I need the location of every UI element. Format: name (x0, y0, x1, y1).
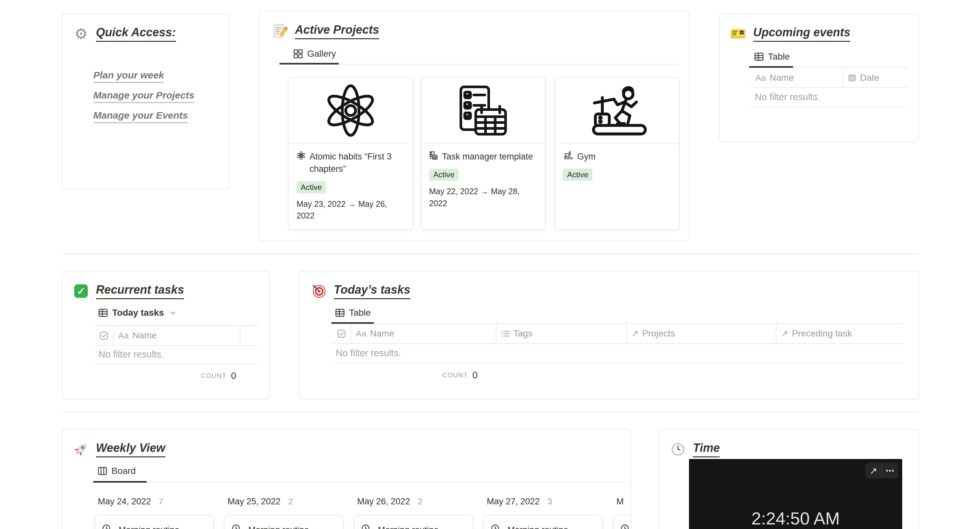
calendar-icon (848, 73, 856, 82)
board-task-card[interactable] (613, 515, 631, 529)
chevron-down-icon (170, 309, 177, 316)
board-column-header[interactable]: M (613, 497, 631, 507)
board-task-label: Morning routine (248, 525, 309, 529)
upcoming-events-card: A Upcoming events Table Aa Name (719, 13, 919, 142)
gallery-tab-active-underline (279, 63, 339, 64)
project-card-atomic-habits[interactable]: Atomic habits “First 3 chapters” Active … (288, 77, 413, 230)
embed-toolbar: ↗ ••• (865, 463, 898, 478)
section-divider (62, 254, 918, 255)
board-column-header[interactable]: May 27, 2022 3 (484, 497, 603, 507)
column-header-name[interactable]: Aa Name (751, 69, 843, 87)
more-options-button[interactable]: ••• (881, 463, 898, 478)
todays-tasks-table-header: Aa Name Tags ↗ Projects ↗ Prece (332, 324, 904, 344)
check-emoji-icon: ✓ (73, 283, 89, 299)
board-column-count: 2 (418, 497, 423, 506)
count-label: COUNT (442, 371, 468, 379)
clock-cup-icon (231, 524, 243, 529)
column-header-name[interactable]: Aa Name (114, 326, 240, 345)
column-label: Projects (642, 328, 675, 339)
treadmill-icon (563, 151, 573, 159)
checkbox-icon (337, 329, 346, 338)
status-badge: Active (296, 181, 326, 193)
time-title[interactable]: Time (693, 441, 720, 457)
recurrent-tasks-card: ✓ Recurrent tasks Today tasks (62, 271, 270, 400)
board-task-label: Morning routine (119, 525, 180, 529)
upcoming-events-title[interactable]: Upcoming events (753, 25, 850, 42)
column-header-checkbox[interactable] (95, 326, 114, 345)
column-header-tags[interactable]: Tags (496, 324, 627, 343)
board-column-header[interactable]: May 24, 2022 7 (95, 497, 214, 507)
view-switcher-today-tasks[interactable]: Today tasks (98, 308, 177, 318)
empty-results-row: No filter results. (751, 87, 907, 107)
link-plan-your-week[interactable]: Plan your week (93, 70, 164, 83)
column-header-date[interactable]: Date (843, 69, 907, 87)
board-column-count: 3 (548, 497, 552, 506)
table-icon (98, 308, 108, 318)
count-row[interactable]: COUNT 0 (332, 370, 478, 381)
column-label: Tags (513, 328, 533, 339)
link-manage-your-events[interactable]: Manage your Events (93, 110, 188, 123)
tab-table[interactable]: Table (335, 308, 371, 318)
count-row[interactable]: COUNT 0 (95, 371, 236, 381)
board-column-date: May 25, 2022 (228, 497, 281, 507)
empty-results-text: No filter results. (755, 92, 820, 102)
board-task-card[interactable]: Morning routine (484, 515, 603, 529)
empty-results-text: No filter results. (99, 349, 164, 360)
notion-dashboard-page: ⚙ Quick Access: Plan your week Manage yo… (0, 0, 980, 529)
atom-icon (296, 151, 305, 160)
column-label: Name (770, 73, 794, 83)
empty-results-text: No filter results. (336, 348, 401, 359)
open-in-new-button[interactable]: ↗ (865, 463, 881, 478)
list-icon (501, 329, 510, 338)
tab-table[interactable]: Table (754, 51, 790, 62)
quick-access-title[interactable]: Quick Access: (96, 25, 176, 42)
weekly-view-card: Weekly View Board May 24, 2022 7 Morning… (62, 429, 631, 529)
column-label: Name (132, 330, 157, 341)
board-task-card[interactable]: Morning routine (95, 515, 214, 529)
column-header-projects[interactable]: ↗ Projects (627, 324, 776, 343)
project-card-title: Task manager template (442, 150, 533, 163)
todays-tasks-card: Today’s tasks Table Aa (299, 271, 919, 400)
svg-text:A: A (741, 31, 743, 34)
board-tab-active-underline (93, 481, 147, 483)
text-property-icon: Aa (756, 73, 766, 83)
text-property-icon: Aa (118, 331, 129, 341)
board-column-header[interactable]: May 26, 2022 2 (354, 497, 473, 507)
project-card-gym[interactable]: Gym Active (555, 77, 679, 230)
board-task-card[interactable]: Morning routine (224, 515, 344, 529)
tab-gallery[interactable]: Gallery (293, 49, 336, 59)
link-manage-your-projects[interactable]: Manage your Projects (93, 90, 194, 103)
column-header-checkbox[interactable] (332, 324, 351, 343)
column-header-name[interactable]: Aa Name (351, 324, 496, 343)
digital-clock-display: 2:24:50 AM (689, 508, 902, 528)
recurrent-tasks-title[interactable]: Recurrent tasks (96, 283, 184, 299)
board-column-date: M (616, 497, 624, 507)
weekly-view-title[interactable]: Weekly View (96, 441, 165, 457)
todays-tasks-title[interactable]: Today’s tasks (334, 283, 410, 299)
board-task-label: Morning routine (378, 525, 439, 529)
board-tab-bar (93, 482, 627, 483)
board-task-card[interactable]: Morning routine (354, 515, 473, 529)
column-header-preceding-task[interactable]: ↗ Preceding task (776, 324, 904, 343)
board-column-header[interactable]: May 25, 2022 2 (224, 497, 344, 507)
active-projects-title[interactable]: Active Projects (295, 23, 379, 39)
open-in-new-icon: ↗ (870, 465, 877, 476)
empty-results-row: No filter results. (95, 344, 259, 365)
clock-embed[interactable]: ↗ ••• 2:24:50 AM (689, 459, 902, 529)
tab-board[interactable]: Board (97, 466, 136, 476)
column-label: Name (370, 328, 395, 339)
board-column-count: 7 (159, 497, 163, 506)
active-projects-card: Active Projects Gallery (258, 11, 690, 242)
board-column-may-26: May 26, 2022 2 Morning routine (354, 497, 473, 529)
recurrent-tasks-table-header: Aa Name (95, 325, 259, 346)
more-options-icon: ••• (886, 467, 894, 475)
board-column-clipped: M (613, 497, 631, 529)
view-switcher-label: Today tasks (112, 308, 164, 318)
project-card-task-manager[interactable]: Task manager template Active May 22, 202… (421, 77, 546, 230)
board-column-count: 2 (288, 497, 293, 506)
clock-cup-icon (102, 524, 114, 529)
board-icon (97, 466, 107, 476)
tab-table-label: Table (768, 51, 790, 62)
gallery-tab-bar (279, 64, 679, 64)
clock-cup-icon (491, 524, 503, 529)
